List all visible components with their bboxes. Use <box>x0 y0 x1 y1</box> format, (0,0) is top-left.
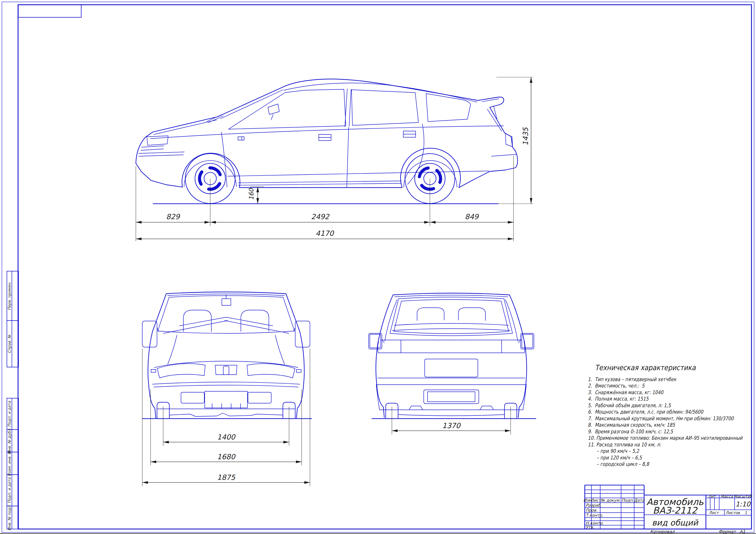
dim-side-length: 4170 <box>316 229 334 237</box>
tb-row-prov: Пров. <box>586 508 597 513</box>
tb-sheets-label: Листов <box>726 511 740 515</box>
spec-line: 5. Рабочий объём двигателя, л: 1,5 <box>588 402 671 408</box>
spec-line: 6. Мощность двигателя, л.с. при об/мин: … <box>588 409 703 415</box>
tb-col-dokum: № докум. <box>601 498 621 503</box>
spec-line: – при 120 км/ч – 6,5 <box>597 455 642 461</box>
doc-subtitle: вид общий <box>652 518 698 527</box>
spec-line: – городской цикл – 8,8 <box>597 461 649 467</box>
tb-col-podp: Подп. <box>622 498 634 503</box>
dim-front-width-mirrors: 1875 <box>217 473 235 482</box>
spec-line: 10. Применяемое топливо: Бензин марки АИ… <box>588 435 742 441</box>
spec-line: 3. Снаряжённая масса, кг: 1040 <box>588 389 663 395</box>
margin-box-perv-primen: Перв. примен. <box>7 271 12 321</box>
margin-box-inv-podl: Инв. № подл. <box>7 506 12 529</box>
doc-title-line2: ВАЗ-2112 <box>653 505 697 516</box>
tb-sheets-value: 1 <box>744 511 747 515</box>
margin-box-inv-dubl: Инв. № дубл. <box>7 430 12 452</box>
format-label: Формат <box>718 529 736 534</box>
margin-box-sprav-no: Справ. № <box>7 321 12 367</box>
tb-col-data: Дата <box>634 498 644 503</box>
tb-scale-value: 1:10 <box>736 500 750 508</box>
tb-row-razrab: Разраб. <box>586 503 602 508</box>
tech-specs-title: Техническая характеристика <box>595 363 696 372</box>
dim-side-wheelbase: 2492 <box>311 212 329 221</box>
margin-box-podp-data-1: Подп. и дата <box>7 398 12 430</box>
dimension-linework <box>0 0 756 534</box>
dim-side-rear-overhang: 849 <box>465 212 478 221</box>
dim-side-clearance: 160 <box>248 188 255 200</box>
spec-line: 9. Время разгона 0–100 км/ч, с: 12,5 <box>588 429 673 435</box>
tb-mass-label: Масса <box>721 494 733 499</box>
dim-rear-track: 1370 <box>442 421 460 430</box>
spec-line: – при 90 км/ч – 5,2 <box>597 448 639 454</box>
kopiroval-label: Копировал <box>650 529 675 534</box>
spec-line: 2. Вместимость, чел.: 5 <box>588 383 645 389</box>
spec-line: 11. Расход топлива на 10 км, л: <box>588 441 661 447</box>
tb-scale-label: Масштаб <box>734 494 752 499</box>
tb-col-list: Лист <box>590 498 601 503</box>
format-value: А1 <box>740 529 745 534</box>
tb-lit-label: Лит. <box>708 494 717 499</box>
tb-sheet-label: Лист <box>709 511 719 515</box>
dim-side-front-overhang: 829 <box>166 212 179 221</box>
dim-front-width: 1680 <box>217 453 235 461</box>
dim-front-track: 1400 <box>217 433 235 441</box>
dim-side-height: 1435 <box>521 127 530 146</box>
margin-box-vzam-inv: Взам. инв. № <box>7 452 12 475</box>
spec-line: 1. Тип кузова – пятидверный хетчбек <box>588 376 676 382</box>
spec-line: 8. Максимальная скорость, км/ч: 185 <box>588 422 675 428</box>
tb-row-utv: Утв. <box>586 525 594 529</box>
tb-row-tkontr: Т.контр. <box>586 513 603 518</box>
spec-line: 4. Полная масса, кг: 1515 <box>588 396 648 402</box>
drawing-sheet: 829 2492 849 4170 1435 160 1400 1680 187… <box>0 0 756 534</box>
spec-line: 7. Максимальный крутящий момент, Нм при … <box>588 415 734 421</box>
margin-box-podp-data-2: Подп. и дата <box>7 475 12 506</box>
